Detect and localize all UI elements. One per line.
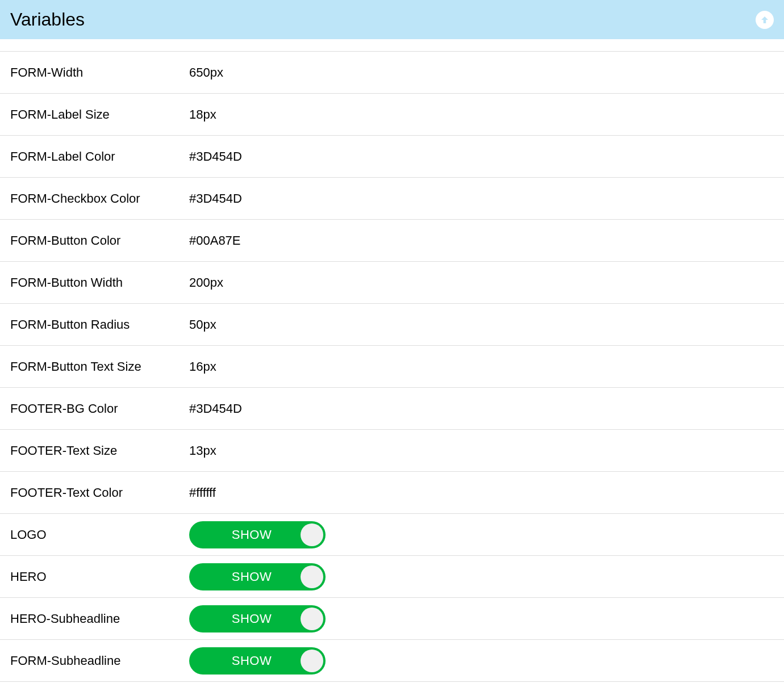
variable-row: FORM-SubheadlineSHOW — [0, 640, 784, 682]
variable-row: FORM-Button Width200px — [0, 262, 784, 304]
variable-value[interactable]: 650px — [189, 65, 223, 80]
variable-label: FORM-Width — [10, 65, 189, 80]
arrow-up-icon — [760, 15, 770, 25]
variable-row: FOOTER-Text Size13px — [0, 430, 784, 472]
variables-header: Variables — [0, 0, 784, 39]
variable-row: FORM-Button Color#00A87E — [0, 220, 784, 262]
variable-row: HERO-SubheadlineSHOW — [0, 598, 784, 640]
variable-label: HERO-Subheadline — [10, 611, 189, 626]
variable-row: FOOTER-BG Color#3D454D — [0, 388, 784, 430]
variable-label: FOOTER-Text Size — [10, 443, 189, 458]
variable-value[interactable]: 13px — [189, 443, 216, 458]
variable-row: FOOTER-Text Color#ffffff — [0, 472, 784, 514]
variable-label: FORM-Subheadline — [10, 654, 189, 668]
toggle-label: SHOW — [232, 527, 272, 542]
variable-value[interactable]: #3D454D — [189, 401, 242, 416]
variable-row: FORM-Button Text Size16px — [0, 346, 784, 388]
variable-label: FORM-Button Width — [10, 275, 189, 290]
variable-value[interactable]: #3D454D — [189, 149, 242, 164]
toggle-knob — [301, 565, 323, 588]
toggle-switch[interactable]: SHOW — [189, 605, 326, 632]
variable-row: FORM-Label Size18px — [0, 94, 784, 136]
variable-value[interactable]: 16px — [189, 359, 216, 374]
toggle-knob — [301, 523, 323, 546]
variable-row: FORM-Checkbox Color#3D454D — [0, 178, 784, 220]
variable-label: LOGO — [10, 527, 189, 542]
variable-label: HERO — [10, 569, 189, 584]
variable-value[interactable]: 50px — [189, 317, 216, 332]
toggle-label: SHOW — [232, 569, 272, 584]
variable-row: FORM-Width650px — [0, 52, 784, 94]
variable-label: FOOTER-Text Color — [10, 485, 189, 500]
variable-value[interactable]: #ffffff — [189, 485, 216, 500]
variable-row: FORM-Button Radius50px — [0, 304, 784, 346]
variable-value[interactable]: 200px — [189, 275, 223, 290]
header-title: Variables — [10, 9, 85, 30]
toggle-switch[interactable]: SHOW — [189, 521, 326, 548]
variable-row: LOGOSHOW — [0, 514, 784, 556]
variable-row: HEROSHOW — [0, 556, 784, 598]
toggle-switch[interactable]: SHOW — [189, 647, 326, 675]
variable-label: FORM-Label Color — [10, 149, 189, 164]
variable-row: FORM-Label Color#3D454D — [0, 136, 784, 178]
variable-value[interactable]: #3D454D — [189, 191, 242, 206]
toggle-label: SHOW — [232, 611, 272, 626]
variable-label: FOOTER-BG Color — [10, 401, 189, 416]
scroll-up-icon[interactable] — [756, 11, 774, 29]
variable-label: FORM-Button Text Size — [10, 359, 189, 374]
variable-value[interactable]: 18px — [189, 107, 216, 122]
variable-label: FORM-Checkbox Color — [10, 191, 189, 206]
toggle-switch[interactable]: SHOW — [189, 563, 326, 590]
variable-value[interactable]: #00A87E — [189, 233, 241, 248]
variable-label: FORM-Button Radius — [10, 317, 189, 332]
toggle-label: SHOW — [232, 654, 272, 668]
spacer — [0, 39, 784, 52]
toggle-knob — [301, 608, 323, 630]
toggle-knob — [301, 650, 323, 672]
variable-label: FORM-Label Size — [10, 107, 189, 122]
variable-label: FORM-Button Color — [10, 233, 189, 248]
